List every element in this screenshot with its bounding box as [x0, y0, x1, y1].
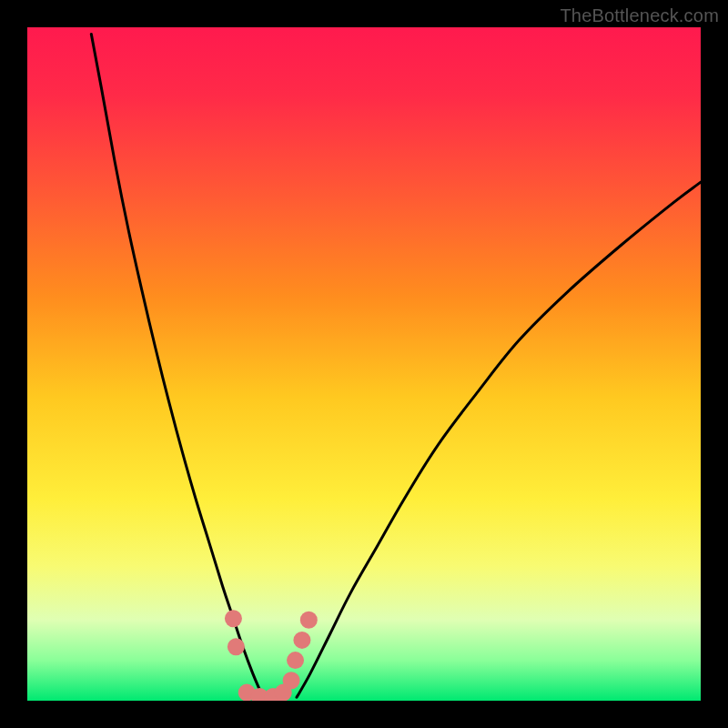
marker-dot: [300, 612, 318, 629]
marker-dot: [228, 638, 245, 655]
marker-dot: [225, 610, 242, 627]
chart-frame: TheBottleneck.com: [0, 0, 728, 728]
gradient-rect: [27, 27, 701, 701]
plot-area: [27, 27, 701, 701]
marker-dot: [293, 632, 310, 649]
marker-dot: [287, 652, 304, 669]
watermark-text: TheBottleneck.com: [560, 5, 719, 26]
marker-dot: [283, 672, 300, 689]
chart-svg: [27, 27, 701, 701]
